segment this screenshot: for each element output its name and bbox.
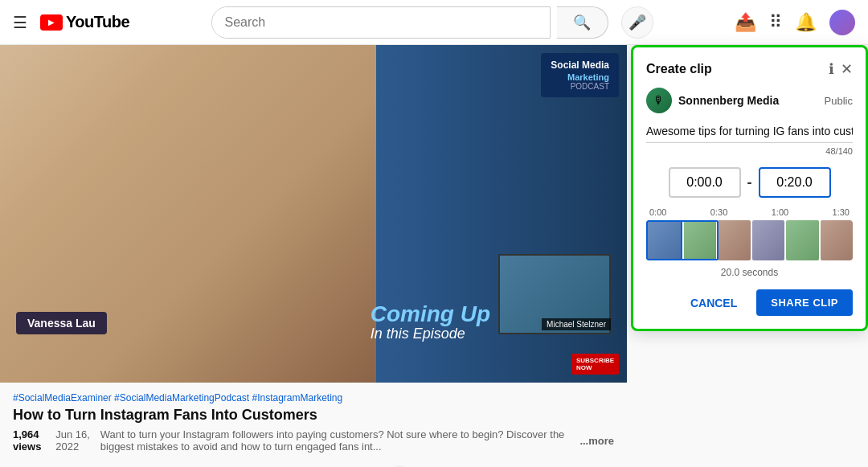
mic-icon: 🎤 [628,14,646,31]
timeline-label-0: 0:00 [649,207,666,217]
thumb-inner-4 [752,220,785,260]
bell-icon[interactable]: 🔔 [795,12,817,33]
youtube-logo[interactable]: YouTube [40,13,129,31]
header: ☰ YouTube 🔍 🎤 📤 ⠿ 🔔 [0,0,868,45]
yt-icon [40,14,63,31]
clip-end-time[interactable] [759,167,831,198]
clip-description-input[interactable] [646,121,853,143]
thumb-inner-2 [684,220,717,260]
header-right: 📤 ⠿ 🔔 [735,10,855,35]
clip-dialog-header: Create clip ℹ ✕ [646,60,853,78]
mic-button[interactable]: 🎤 [621,6,653,39]
header-left: ☰ YouTube [13,13,129,32]
clip-char-count: 48/140 [646,146,853,156]
video-hashtags: #SocialMediaExaminer #SocialMediaMarketi… [13,392,614,404]
left-panel: Social Media Marketing PODCAST Coming Up… [0,45,627,467]
coming-up-text: Coming Up In this Episode [371,303,490,342]
timeline-thumb-3[interactable] [718,220,751,260]
thumb-inner-6 [821,220,854,260]
clip-duration: 20.0 seconds [646,267,853,278]
more-link[interactable]: ...more [579,435,614,447]
clip-info-button[interactable]: ℹ [829,60,834,78]
search-button[interactable]: 🔍 [557,6,608,39]
timeline-labels: 0:00 0:30 1:00 1:30 [646,207,853,217]
header-center: 🔍 🎤 [129,6,735,39]
yt-text: YouTube [66,13,129,31]
timeline-label-3: 1:30 [833,207,850,217]
clip-actions: CANCEL SHARE CLIP [646,289,853,316]
overlay-line2: Marketing [551,72,609,82]
timeline-thumb-6[interactable] [821,220,854,260]
coming-up-sub: In this Episode [371,326,490,342]
channel-icon-glyph: 🎙 [653,94,665,107]
thumb-inner-3 [718,220,751,260]
podcast-overlay: Social Media Marketing PODCAST [541,53,619,97]
timeline-thumb-5[interactable] [786,220,819,260]
action-bar: 👍 99 👎 ↗ Share ⬇ Download ✂ Clip + [0,459,627,467]
video-player[interactable]: Social Media Marketing PODCAST Coming Up… [0,45,627,383]
timeline-thumb-1[interactable] [646,220,682,260]
video-date: Jun 16, 2022 [55,428,94,453]
timeline-label-2: 1:00 [772,207,788,217]
search-icon: 🔍 [573,14,591,31]
thumb-inner-5 [786,220,819,260]
timeline-label-1: 0:30 [710,207,727,217]
channel-visibility: Public [825,95,853,107]
grid-icon[interactable]: ⠿ [769,12,782,33]
search-bar [211,6,551,39]
clip-timeline[interactable]: 0:00 0:30 1:00 1:30 [646,207,853,260]
video-info: #SocialMediaExaminer #SocialMediaMarketi… [0,383,627,453]
video-meta: 1,964 views Jun 16, 2022 Want to turn yo… [13,428,614,453]
avatar[interactable] [829,10,855,35]
cancel-button[interactable]: CANCEL [678,289,750,316]
coming-up-main: Coming Up [371,303,490,326]
timeline-strip[interactable] [646,220,853,260]
clip-header-icons: ℹ ✕ [829,60,853,78]
clip-dialog-title: Create clip [646,62,712,76]
channel-icon: 🎙 [646,88,672,113]
menu-icon[interactable]: ☰ [13,13,27,32]
subscribe-badge: SUBSCRIBENOW [571,354,619,375]
overlay-line3: PODCAST [551,82,609,91]
thumb-inner-1 [648,222,681,259]
clip-close-button[interactable]: ✕ [841,60,853,78]
upload-icon[interactable]: 📤 [735,12,756,33]
timeline-thumb-2[interactable] [684,220,717,260]
time-dash: - [747,174,752,191]
guest-name-label: Michael Stelzner [542,318,611,330]
video-description: Want to turn your Instagram followers in… [100,428,574,453]
overlay-line1: Social Media [551,59,609,72]
search-input[interactable] [212,7,550,38]
share-clip-button[interactable]: SHARE CLIP [756,289,853,316]
video-views: 1,964 views [13,428,49,453]
clip-dialog: Create clip ℹ ✕ 🎙 Sonnenberg Media Publi… [631,45,868,331]
video-title: How to Turn Instagram Fans Into Customer… [13,407,614,424]
channel-name: Sonnenberg Media [678,94,779,107]
clip-start-time[interactable] [669,167,741,198]
clip-channel: 🎙 Sonnenberg Media Public [646,88,853,113]
timeline-thumb-4[interactable] [752,220,785,260]
speaker-name-badge: Vanessa Lau [16,312,107,334]
clip-time-row: - [646,167,853,198]
